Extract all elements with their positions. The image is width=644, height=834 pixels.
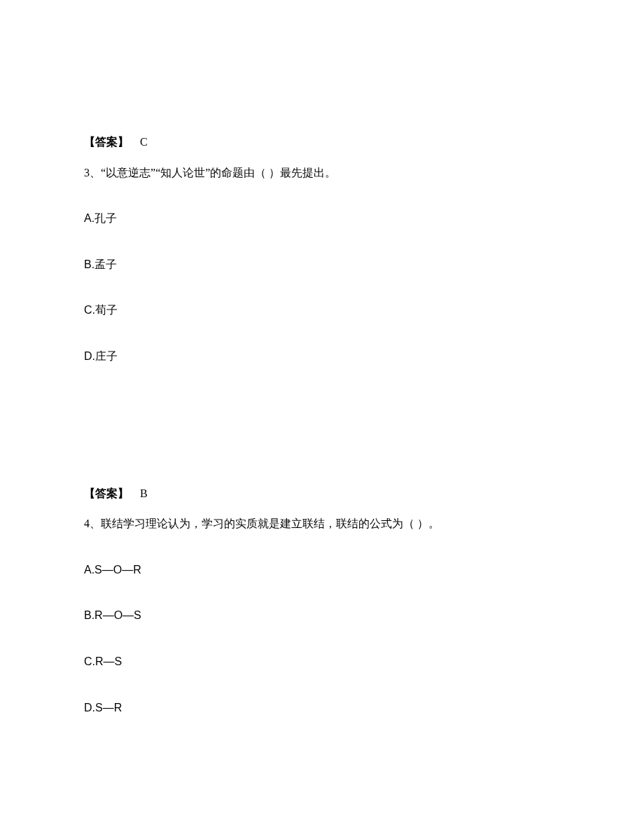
- q3-option-a-text: A.孔子: [84, 212, 117, 224]
- q4-option-b: B.R—O—S: [84, 606, 560, 625]
- q4-option-a-text: A.S—O—R: [84, 564, 141, 576]
- q2-answer-label: 【答案】: [84, 136, 129, 148]
- q2-answer-block: 【答案】 C: [84, 133, 560, 151]
- q3-option-d-text: D.庄子: [84, 350, 118, 362]
- q4-text: 联结学习理论认为，学习的实质就是建立联结，联结的公式为（ ）。: [101, 517, 440, 529]
- q2-answer-value: C: [140, 136, 148, 148]
- q3-option-c-text: C.荀子: [84, 304, 118, 316]
- q3-text: “以意逆志”“知人论世”的命题由（ ）最先提出。: [101, 167, 336, 179]
- q4-option-a: A.S—O—R: [84, 561, 560, 579]
- q4-option-d: D.S—R: [84, 699, 560, 717]
- q3-answer-block: 【答案】 B: [84, 485, 560, 503]
- q3-answer-label: 【答案】: [84, 487, 129, 499]
- q4-option-b-text: B.R—O—S: [84, 609, 141, 621]
- spacer: [84, 394, 560, 485]
- q3-answer-value: B: [140, 487, 148, 499]
- q4-option-d-text: D.S—R: [84, 702, 122, 714]
- q3-option-c: C.荀子: [84, 301, 560, 319]
- q3-option-b: B.孟子: [84, 256, 560, 274]
- q3-option-d: D.庄子: [84, 347, 560, 366]
- q4-option-c: C.R—S: [84, 653, 560, 671]
- q4-number: 4、: [84, 517, 101, 529]
- q3-option-a: A.孔子: [84, 209, 560, 228]
- q3-option-b-text: B.孟子: [84, 258, 117, 270]
- q3-number: 3、: [84, 167, 101, 179]
- q4-question: 4、联结学习理论认为，学习的实质就是建立联结，联结的公式为（ ）。: [84, 515, 560, 533]
- q4-option-c-text: C.R—S: [84, 655, 122, 667]
- q3-question: 3、“以意逆志”“知人论世”的命题由（ ）最先提出。: [84, 164, 560, 182]
